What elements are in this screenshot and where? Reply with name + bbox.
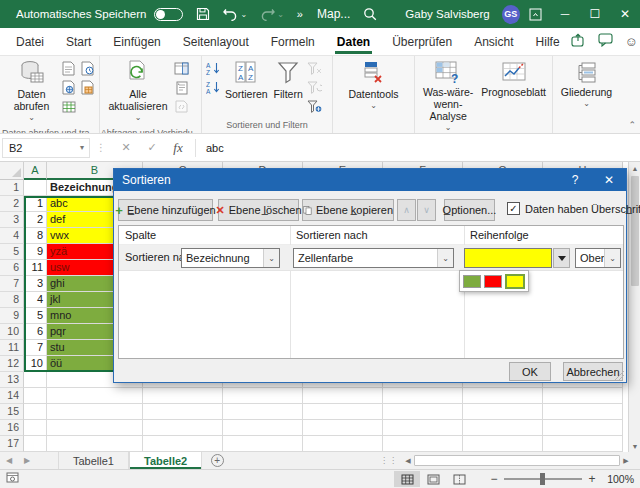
sheet-nav-right-icon[interactable]: ▶	[18, 452, 36, 469]
scroll-up-icon[interactable]: ▲	[629, 162, 640, 174]
cell-empty[interactable]	[463, 420, 543, 436]
row-header-10[interactable]: 10	[0, 324, 24, 340]
tab-datei[interactable]: Datei	[5, 28, 55, 55]
tab-hilfe[interactable]: Hilfe	[525, 28, 571, 55]
macro-record-icon[interactable]	[6, 472, 19, 486]
cell-empty[interactable]	[543, 420, 623, 436]
chevron-down-icon[interactable]: ⌄	[604, 249, 620, 267]
cell-empty[interactable]	[143, 420, 223, 436]
tab-ansicht[interactable]: Ansicht	[463, 28, 524, 55]
cell-empty[interactable]	[143, 404, 223, 420]
sort-za-icon[interactable]: ZA	[205, 79, 222, 96]
zoom-slider[interactable]	[504, 478, 582, 480]
minimize-button[interactable]: ─	[550, 0, 580, 28]
formula-input[interactable]: abc	[200, 142, 224, 154]
close-button[interactable]: ✕	[610, 0, 640, 28]
cell-A7[interactable]: 3	[24, 276, 47, 292]
column-header-a[interactable]: A	[24, 162, 47, 180]
row-header-5[interactable]: 5	[0, 244, 24, 260]
cell-A1[interactable]	[24, 180, 47, 196]
row-header-7[interactable]: 7	[0, 276, 24, 292]
cell-A15[interactable]	[24, 404, 47, 420]
avatar[interactable]: GS	[502, 5, 520, 24]
cell-empty[interactable]	[303, 420, 383, 436]
zoom-out-button[interactable]: −	[486, 472, 502, 486]
sort-az-icon[interactable]: AZ	[205, 60, 222, 77]
row-header-4[interactable]: 4	[0, 228, 24, 244]
scroll-right-icon[interactable]: ▶	[620, 457, 632, 465]
row-header-16[interactable]: 16	[0, 420, 24, 436]
name-box[interactable]: B2 ▾	[2, 138, 90, 158]
maximize-button[interactable]: ☐	[580, 0, 610, 28]
enter-entry-icon[interactable]: ✓	[139, 141, 165, 154]
name-box-caret[interactable]: ▾	[80, 143, 84, 152]
comment-icon[interactable]	[598, 33, 613, 50]
row-header-17[interactable]: 17	[0, 436, 24, 452]
collapse-ribbon-icon[interactable]: ⌃	[628, 120, 636, 130]
cancel-entry-icon[interactable]: ✕	[113, 141, 139, 154]
row-header-1[interactable]: 1	[0, 180, 24, 196]
cell-A5[interactable]: 9	[24, 244, 47, 260]
cell-A6[interactable]: 11	[24, 260, 47, 276]
filter-button[interactable]: Filtern	[271, 58, 306, 102]
sheet-tab-tabelle2[interactable]: Tabelle2	[129, 452, 202, 469]
cell-B16[interactable]	[47, 420, 143, 436]
row-header-9[interactable]: 9	[0, 308, 24, 324]
cell-A3[interactable]: 2	[24, 212, 47, 228]
search-icon[interactable]	[363, 7, 377, 21]
cell-empty[interactable]	[543, 436, 623, 452]
cell-empty[interactable]	[303, 436, 383, 452]
zoom-slider-thumb[interactable]	[540, 473, 545, 485]
get-data-button[interactable]: Daten abrufen ⌄	[3, 58, 60, 126]
cell-A11[interactable]: 7	[24, 340, 47, 356]
cell-A14[interactable]	[24, 388, 47, 404]
cell-A10[interactable]: 6	[24, 324, 47, 340]
datatools-button[interactable]: Datentools ⌄	[345, 58, 401, 114]
resize-grip[interactable]	[614, 370, 624, 380]
headers-checkbox-row[interactable]: ✓ Daten haben Übersch̲riften	[507, 202, 640, 215]
tab-daten[interactable]: Daten	[326, 28, 381, 55]
cell-empty[interactable]	[303, 404, 383, 420]
queries-connections-icon[interactable]	[173, 60, 190, 77]
cell-A16[interactable]	[24, 420, 47, 436]
cell-empty[interactable]	[143, 388, 223, 404]
tab-überprüfen[interactable]: Überprüfen	[381, 28, 463, 55]
horizontal-scroll-thumb[interactable]	[414, 455, 620, 466]
cell-empty[interactable]	[383, 404, 463, 420]
options-button[interactable]: O̲ptionen...	[444, 199, 495, 221]
cell-empty[interactable]	[303, 388, 383, 404]
refresh-all-button[interactable]: Alle aktualisieren ⌄	[103, 58, 173, 126]
swatch-yellow[interactable]	[505, 274, 525, 289]
chevron-down-icon[interactable]: ⌄	[437, 249, 453, 267]
share-icon[interactable]	[571, 33, 586, 50]
row-header-12[interactable]: 12	[0, 356, 24, 372]
cell-empty[interactable]	[463, 436, 543, 452]
cell-empty[interactable]	[223, 420, 303, 436]
sheet-nav-left-icon[interactable]: ◀	[0, 452, 18, 469]
ribbon-display-options-icon[interactable]	[520, 0, 550, 28]
feedback-smiley-icon[interactable]: ☺	[625, 34, 638, 49]
cell-B14[interactable]	[47, 388, 143, 404]
row-header-14[interactable]: 14	[0, 388, 24, 404]
dialog-help-button[interactable]: ?	[558, 169, 592, 191]
from-text-icon[interactable]	[60, 60, 77, 77]
cell-empty[interactable]	[463, 404, 543, 420]
recent-sources-icon[interactable]	[79, 60, 96, 77]
tab-einfügen[interactable]: Einfügen	[102, 28, 171, 55]
cell-empty[interactable]	[223, 404, 303, 420]
chevron-down-icon[interactable]: ⌄	[263, 249, 279, 267]
cell-empty[interactable]	[463, 388, 543, 404]
cell-empty[interactable]	[383, 420, 463, 436]
undo-caret[interactable]: ⌄	[240, 10, 247, 19]
color-value-field[interactable]	[464, 248, 552, 268]
zoom-in-button[interactable]: +	[584, 472, 600, 486]
undo-button[interactable]: ⌄	[223, 8, 247, 21]
cell-empty[interactable]	[143, 436, 223, 452]
scrollbar-splitter-handle[interactable]: ⋮⋮	[380, 452, 398, 469]
order-select[interactable]: Oben ⌄	[575, 248, 621, 268]
advanced-filter-icon[interactable]	[306, 98, 323, 115]
copy-level-button[interactable]: Ebene k̲opieren	[302, 199, 394, 221]
cell-A4[interactable]: 8	[24, 228, 47, 244]
dialog-close-button[interactable]: ✕	[592, 169, 626, 191]
cell-A2[interactable]: 1	[24, 196, 47, 212]
